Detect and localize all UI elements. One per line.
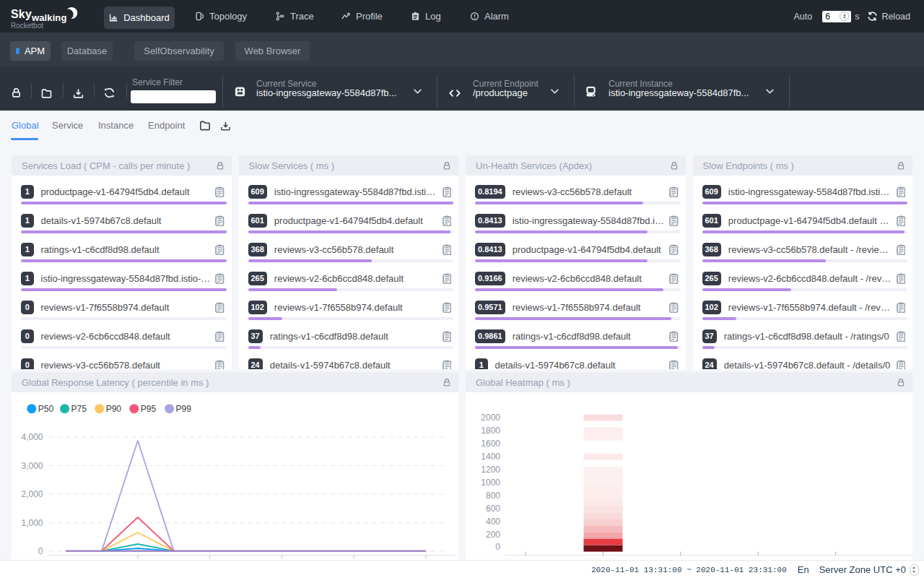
svg-text:P90: P90 <box>106 404 122 414</box>
svg-text:200: 200 <box>486 530 500 540</box>
svg-text:1800: 1800 <box>481 426 500 436</box>
svg-text:P95: P95 <box>141 404 157 414</box>
svg-text:3,000: 3,000 <box>21 461 43 471</box>
svg-text:1000: 1000 <box>481 478 500 488</box>
svg-text:P99: P99 <box>176 404 192 414</box>
svg-text:1600: 1600 <box>481 439 500 449</box>
svg-text:2000: 2000 <box>481 413 500 423</box>
svg-text:2,000: 2,000 <box>21 489 43 499</box>
svg-text:1200: 1200 <box>481 465 500 475</box>
svg-text:1,000: 1,000 <box>21 518 43 528</box>
svg-text:1400: 1400 <box>481 452 500 462</box>
svg-text:400: 400 <box>486 517 500 527</box>
svg-text:P50: P50 <box>38 404 54 414</box>
svg-text:P75: P75 <box>71 404 87 414</box>
svg-text:800: 800 <box>486 491 500 501</box>
svg-text:600: 600 <box>486 504 500 514</box>
svg-text:4,000: 4,000 <box>21 432 43 442</box>
svg-text:0: 0 <box>495 542 500 552</box>
svg-text:0: 0 <box>38 546 43 556</box>
